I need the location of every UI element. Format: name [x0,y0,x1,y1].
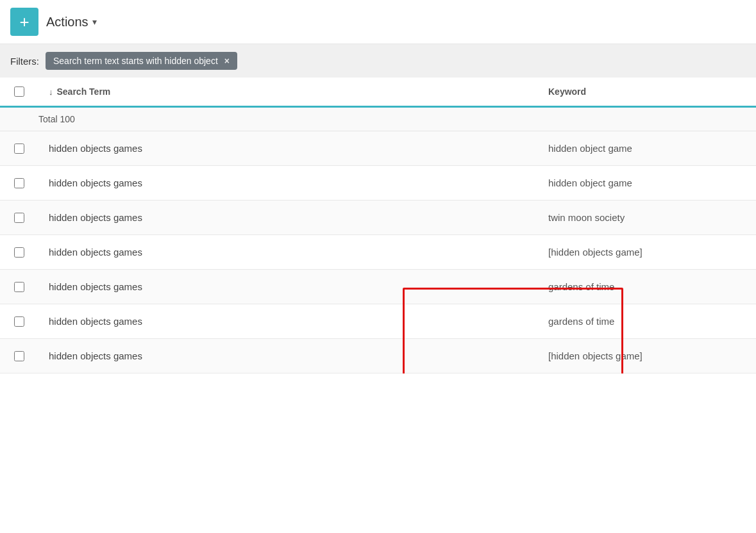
row-checkbox-col [0,304,38,338]
search-term-cell: hidden objects games [38,131,538,165]
table-container: ↓ Search Term Keyword Total 100 hidden o… [0,78,756,373]
add-button[interactable]: + [10,8,38,36]
keyword-cell: gardens of time [538,304,756,338]
table-row: hidden objects games [hidden objects gam… [0,235,756,270]
row-checkbox[interactable] [14,213,24,223]
row-checkbox[interactable] [14,178,24,188]
keyword-col-label: Keyword [548,86,586,97]
filters-bar: Filters: Search term text starts with hi… [0,44,756,78]
search-term-cell: hidden objects games [38,339,538,373]
toolbar: + Actions ▾ [0,0,756,44]
sort-arrow-icon: ↓ [49,87,53,97]
keyword-column-header[interactable]: Keyword [538,78,756,106]
row-checkbox[interactable] [14,316,24,327]
keyword-cell: hidden object game [538,166,756,200]
row-checkbox[interactable] [14,282,24,292]
actions-button[interactable]: Actions ▾ [46,15,97,29]
row-checkbox[interactable] [14,351,24,361]
table-header: ↓ Search Term Keyword [0,78,756,108]
row-checkbox-col [0,201,38,234]
row-checkbox-col [0,339,38,373]
row-checkbox[interactable] [14,144,24,154]
row-checkbox-col [0,131,38,165]
keyword-cell: [hidden objects game] [538,339,756,373]
table-row: hidden objects games twin moon society [0,201,756,235]
table-row: hidden objects games gardens of time [0,304,756,339]
row-checkbox-col [0,166,38,200]
table-row: hidden objects games gardens of time [0,270,756,304]
total-row: Total 100 [0,108,756,131]
search-term-cell: hidden objects games [38,235,538,269]
filter-tag-text: Search term text starts with hidden obje… [53,56,218,66]
search-term-cell: hidden objects games [38,304,538,338]
keyword-cell: [hidden objects game] [538,235,756,269]
filter-tag: Search term text starts with hidden obje… [46,52,237,70]
keyword-cell: hidden object game [538,131,756,165]
keyword-cell: twin moon society [538,201,756,234]
keyword-cell: gardens of time [538,270,756,304]
table-body: hidden objects games hidden object game … [0,131,756,373]
search-term-cell: hidden objects games [38,166,538,200]
row-checkbox-col [0,235,38,269]
actions-label: Actions [46,15,88,29]
search-term-cell: hidden objects games [38,270,538,304]
total-count: Total 100 [38,114,75,124]
row-checkbox[interactable] [14,247,24,258]
header-checkbox-col [0,78,38,106]
table-row: hidden objects games hidden object game [0,166,756,201]
table-row: hidden objects games [hidden objects gam… [0,339,756,373]
search-term-col-label: Search Term [57,86,111,97]
filters-label: Filters: [10,56,39,67]
select-all-checkbox[interactable] [14,86,24,97]
table-row: hidden objects games hidden object game [0,131,756,166]
search-term-column-header[interactable]: ↓ Search Term [38,78,538,106]
row-checkbox-col [0,270,38,304]
filter-close-button[interactable]: × [224,56,230,66]
chevron-down-icon: ▾ [92,17,97,27]
plus-icon: + [19,12,29,32]
search-term-cell: hidden objects games [38,201,538,234]
